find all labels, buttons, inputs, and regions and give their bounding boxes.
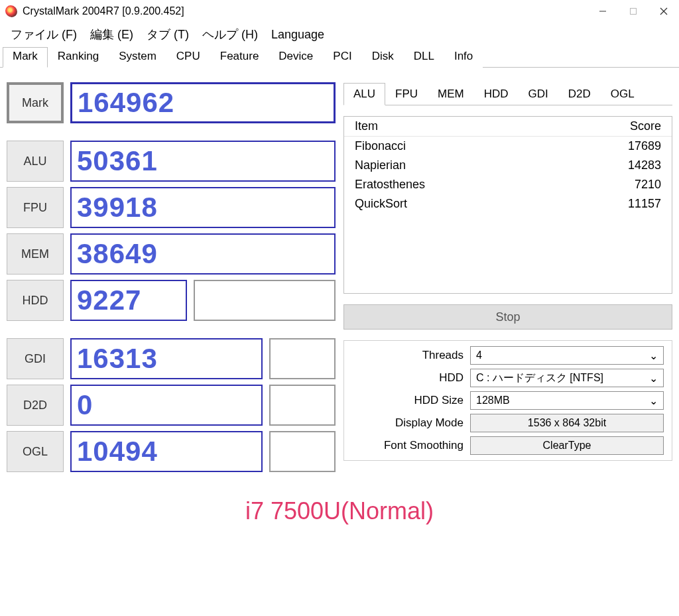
chevron-down-icon: ⌄: [649, 395, 658, 407]
dtab-fpu[interactable]: FPU: [385, 83, 428, 105]
hdd-label: HDD: [352, 371, 463, 385]
threads-select[interactable]: 4 ⌄: [470, 346, 664, 365]
setting-display-mode: Display Mode 1536 x 864 32bit: [352, 414, 664, 432]
fpu-value: 39918: [70, 187, 336, 228]
hdd-size-value: 128MB: [476, 395, 510, 406]
ogl-button[interactable]: OGL: [7, 431, 64, 472]
cell-item: Fibonacci: [355, 139, 595, 153]
cell-score: 11157: [595, 197, 661, 211]
ogl-value: 10494: [70, 431, 263, 472]
close-button[interactable]: [648, 1, 679, 22]
tab-disk[interactable]: Disk: [362, 47, 404, 68]
cell-item: QuickSort: [355, 197, 595, 211]
table-row[interactable]: Eratosthenes 7210: [344, 175, 672, 194]
maximize-button[interactable]: [618, 1, 648, 22]
dtab-ogl[interactable]: OGL: [601, 83, 645, 105]
mark-value: 164962: [70, 82, 336, 123]
hdd-select[interactable]: C : ハードディスク [NTFS] ⌄: [470, 369, 664, 387]
tab-device[interactable]: Device: [269, 47, 323, 68]
menu-help[interactable]: ヘルプ (H): [196, 24, 265, 45]
setting-font-smoothing: Font Smoothing ClearType: [352, 436, 664, 455]
detail-panel: ALU FPU MEM HDD GDI D2D OGL Item Score F…: [343, 82, 672, 472]
score-row-fpu: FPU 39918: [7, 187, 336, 228]
threads-value: 4: [476, 349, 482, 361]
hdd-size-label: HDD Size: [352, 394, 463, 407]
threads-label: Threads: [352, 349, 463, 362]
display-mode-value: 1536 x 864 32bit: [470, 414, 664, 432]
alu-button[interactable]: ALU: [7, 141, 64, 182]
hdd-button[interactable]: HDD: [7, 280, 64, 321]
col-header-score: Score: [595, 119, 661, 133]
tab-dll[interactable]: DLL: [404, 47, 444, 68]
menu-edit[interactable]: 編集 (E): [84, 24, 140, 45]
cell-item: Eratosthenes: [355, 178, 595, 192]
table-row[interactable]: Fibonacci 17689: [344, 137, 672, 156]
score-row-d2d: D2D 0: [7, 385, 336, 426]
window-controls: [587, 1, 679, 22]
tab-ranking[interactable]: Ranking: [48, 47, 109, 68]
score-row-gdi: GDI 16313: [7, 338, 336, 379]
d2d-value: 0: [70, 385, 263, 426]
dtab-d2d[interactable]: D2D: [558, 83, 601, 105]
dtab-hdd[interactable]: HDD: [474, 83, 519, 105]
tab-feature[interactable]: Feature: [210, 47, 269, 68]
setting-threads: Threads 4 ⌄: [352, 346, 664, 365]
cell-score: 17689: [595, 139, 661, 153]
fpu-button[interactable]: FPU: [7, 187, 64, 228]
tab-info[interactable]: Info: [444, 47, 483, 68]
tab-mark[interactable]: Mark: [3, 47, 48, 68]
tab-pci[interactable]: PCI: [323, 47, 361, 68]
gdi-value: 16313: [70, 338, 263, 379]
mark-button[interactable]: Mark: [7, 82, 64, 123]
menu-tab[interactable]: タブ (T): [140, 24, 196, 45]
score-row-hdd: HDD 9227: [7, 280, 336, 321]
dtab-alu[interactable]: ALU: [343, 83, 385, 105]
d2d-extra: [269, 385, 336, 426]
table-row[interactable]: QuickSort 11157: [344, 194, 672, 214]
d2d-button[interactable]: D2D: [7, 385, 64, 426]
score-row-mem: MEM 38649: [7, 233, 336, 275]
ogl-extra: [269, 431, 336, 472]
font-smoothing-value: ClearType: [470, 436, 664, 455]
score-row-ogl: OGL 10494: [7, 431, 336, 472]
menu-file[interactable]: ファイル (F): [4, 24, 84, 45]
detail-table: Item Score Fibonacci 17689 Napierian 142…: [343, 116, 672, 294]
dtab-mem[interactable]: MEM: [428, 83, 474, 105]
mem-value: 38649: [70, 233, 336, 275]
setting-hdd: HDD C : ハードディスク [NTFS] ⌄: [352, 369, 664, 387]
dtab-gdi[interactable]: GDI: [519, 83, 558, 105]
menubar: ファイル (F) 編集 (E) タブ (T) ヘルプ (H) Language: [0, 23, 679, 46]
tab-cpu[interactable]: CPU: [166, 47, 210, 68]
tab-system[interactable]: System: [109, 47, 166, 68]
gdi-extra: [269, 338, 336, 379]
hdd-size-select[interactable]: 128MB ⌄: [470, 391, 664, 410]
cell-item: Napierian: [355, 158, 595, 172]
main-tabs: Mark Ranking System CPU Feature Device P…: [0, 46, 679, 68]
svg-rect-1: [631, 8, 637, 14]
hdd-extra: [194, 280, 336, 321]
mem-button[interactable]: MEM: [7, 233, 64, 275]
table-row[interactable]: Napierian 14283: [344, 156, 672, 175]
menu-language[interactable]: Language: [265, 25, 331, 44]
settings-panel: Threads 4 ⌄ HDD C : ハードディスク [NTFS] ⌄ HDD…: [343, 340, 672, 461]
cell-score: 7210: [595, 178, 661, 192]
setting-hdd-size: HDD Size 128MB ⌄: [352, 391, 664, 410]
score-row-mark: Mark 164962: [7, 82, 336, 123]
hdd-select-value: C : ハードディスク [NTFS]: [476, 371, 603, 385]
hdd-value: 9227: [70, 280, 187, 321]
col-header-item: Item: [355, 119, 595, 133]
score-row-alu: ALU 50361: [7, 141, 336, 182]
scores-panel: Mark 164962 ALU 50361 FPU 39918 MEM 3864…: [7, 82, 336, 472]
stop-button[interactable]: Stop: [343, 304, 672, 330]
gdi-button[interactable]: GDI: [7, 338, 64, 379]
chevron-down-icon: ⌄: [649, 372, 658, 385]
alu-value: 50361: [70, 141, 336, 182]
cell-score: 14283: [595, 158, 661, 172]
detail-tabs: ALU FPU MEM HDD GDI D2D OGL: [343, 82, 672, 105]
chevron-down-icon: ⌄: [649, 349, 658, 362]
app-icon: [5, 5, 17, 17]
font-smoothing-label: Font Smoothing: [352, 439, 463, 452]
content-area: Mark 164962 ALU 50361 FPU 39918 MEM 3864…: [0, 68, 679, 479]
display-mode-label: Display Mode: [352, 416, 463, 430]
minimize-button[interactable]: [587, 1, 618, 22]
